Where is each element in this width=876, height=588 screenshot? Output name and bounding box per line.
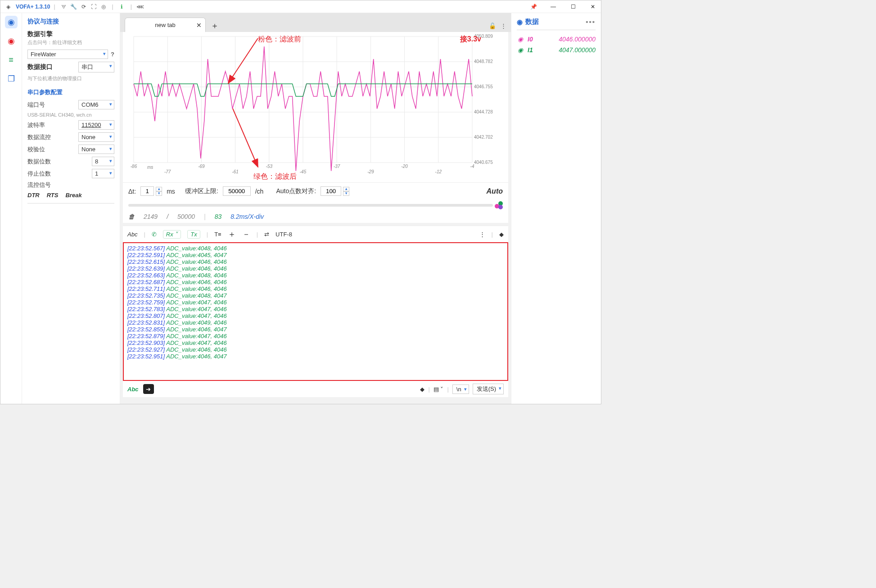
svg-text:4042.702: 4042.702 [474,135,493,140]
trash-icon[interactable]: 🗑 [128,213,135,220]
send-button[interactable]: 发送(S) [473,384,504,394]
svg-text:-69: -69 [198,164,205,169]
dt-stepper[interactable]: ▲▼ [156,187,162,196]
buf-input[interactable] [223,186,251,196]
console-more-icon[interactable]: ⋮ [479,231,485,238]
rail-record-icon[interactable]: ◉ [5,35,18,47]
slider-handle-icon[interactable] [493,201,503,209]
svg-text:4048.782: 4048.782 [474,59,493,64]
console-line: [22:23:52.639] ADC_value:4046, 4046 [127,265,504,272]
send-eraser-icon[interactable]: ◆ [420,386,424,393]
break-button[interactable]: Break [65,192,81,199]
row-eye-icon[interactable]: ◉ [517,36,524,43]
console-line: [22:23:52.903] ADC_value:4047, 4046 [127,339,504,346]
tool-icon-vofa[interactable]: ⩔ [60,3,68,11]
port-select[interactable]: COM6 [78,100,114,109]
data-row[interactable]: ◉I14047.000000 [517,46,596,54]
annotation-green: 绿色：滤波后 [253,172,297,181]
console-line: [22:23:52.759] ADC_value:4047, 4046 [127,299,504,306]
console-line: [22:23:52.663] ADC_value:4048, 4046 [127,272,504,279]
svg-text:4046.755: 4046.755 [474,84,493,89]
align-input[interactable] [321,186,341,196]
iface-select[interactable]: 串口 [78,62,114,72]
dt-unit: ms [167,188,175,195]
iface-label: 数据接口 [27,63,53,71]
console-line: [22:23:52.687] ADC_value:4046, 4046 [127,279,504,285]
wrench-icon[interactable]: 🔧 [70,3,78,11]
tab-more-icon[interactable]: ⋮ [501,23,506,29]
console-line: [22:23:52.855] ADC_value:4046, 4047 [127,326,504,333]
abc-toggle[interactable]: Abc [127,231,137,238]
icon-rail: ◉ ◉ ≡ ❐ [0,13,22,404]
target-icon[interactable]: ◎ [99,3,108,11]
chart-area[interactable]: 4040.6754042.7024044.7284046.7554048.782… [123,32,508,182]
status-scale: 8.2ms/X-div [230,213,264,220]
databits-select[interactable]: 8 [92,157,114,166]
svg-text:4044.728: 4044.728 [474,109,493,114]
eye-icon[interactable]: ◉ [517,18,523,26]
phone-icon[interactable]: ✆ [152,231,157,238]
encoding-select[interactable]: UTF-8 [275,231,292,238]
send-book-icon[interactable]: ▤ ˅ [433,386,444,393]
databits-label: 数据位数 [27,158,51,166]
info-icon[interactable]: ℹ [118,3,126,11]
rail-copy-icon[interactable]: ❐ [5,72,18,85]
tool-icon-4[interactable]: ⛶ [90,3,98,11]
rts-button[interactable]: RTS [47,192,59,199]
buf-label: 缓冲区上限: [185,187,218,195]
tx-button[interactable]: Tx [187,230,200,239]
maximize-button[interactable]: ☐ [568,2,578,11]
tab-label: new tab [155,22,176,28]
svg-text:-20: -20 [401,164,408,169]
svg-text:-45: -45 [300,169,307,174]
control-bar: Δt: ▲▼ ms 缓冲区上限: /ch Auto点数对齐: ▲▼ Auto [123,182,508,199]
svg-text:-86: -86 [131,164,137,169]
filter-icon[interactable]: ⇄ [264,231,269,238]
svg-text:-61: -61 [232,169,238,174]
tab-new[interactable]: new tab ✕ [125,18,206,32]
data-panel-title: 数据 [525,18,539,26]
parity-select[interactable]: None [78,145,114,154]
stopbits-select[interactable]: 1 [92,169,114,178]
rx-button[interactable]: Rx ˅ [163,230,181,239]
zoom-out-icon[interactable]: － [242,229,250,240]
row-eye-icon[interactable]: ◉ [517,46,524,54]
pin-icon[interactable]: 📌 [528,2,539,11]
flow-select[interactable]: None [78,132,114,142]
rail-connection-icon[interactable]: ◉ [5,16,18,28]
minimize-button[interactable]: ― [548,2,559,11]
text-format-icon[interactable]: T≡ [214,231,221,238]
status-bar-sep: | [204,213,206,220]
close-button[interactable]: ✕ [587,2,598,11]
baud-select[interactable]: 115200 [78,120,114,130]
send-bar: Abc ➜ ◆ | ▤ ˅ | \n 发送(S) [123,381,508,397]
collapse-icon[interactable]: ⋘ [136,3,144,11]
time-slider[interactable] [123,199,508,210]
svg-text:4040.675: 4040.675 [474,160,493,165]
status-cur: 2149 [144,213,158,220]
eraser-icon[interactable]: ◆ [499,231,504,238]
tool-icon-3[interactable]: ⟳ [80,3,88,11]
data-panel-more-icon[interactable]: ••• [586,18,596,26]
data-row[interactable]: ◉I04046.000000 [517,36,596,43]
send-mode-icon[interactable]: ➜ [143,384,154,394]
dt-input[interactable] [140,186,154,196]
console[interactable]: [22:23:52.567] ADC_value:4048, 4046[22:2… [123,242,508,381]
svg-text:-37: -37 [334,164,340,169]
help-icon[interactable]: ? [111,51,114,58]
auto-button[interactable]: Auto [487,187,503,195]
svg-text:-77: -77 [164,169,171,174]
newline-select[interactable]: \n [452,384,469,394]
unlock-icon[interactable]: 🔓 [489,23,496,29]
align-stepper[interactable]: ▲▼ [343,187,349,196]
dtr-button[interactable]: DTR [27,192,40,199]
engine-select[interactable]: FireWater [27,50,108,59]
add-tab-button[interactable]: ＋ [208,19,221,32]
baud-label: 波特率 [27,121,45,129]
send-abc[interactable]: Abc [127,386,139,393]
buf-unit: /ch [255,188,264,195]
tab-close-icon[interactable]: ✕ [196,22,202,29]
console-line: [22:23:52.927] ADC_value:4046, 4046 [127,346,504,353]
zoom-in-icon[interactable]: ＋ [228,229,236,240]
rail-menu-icon[interactable]: ≡ [5,54,18,66]
